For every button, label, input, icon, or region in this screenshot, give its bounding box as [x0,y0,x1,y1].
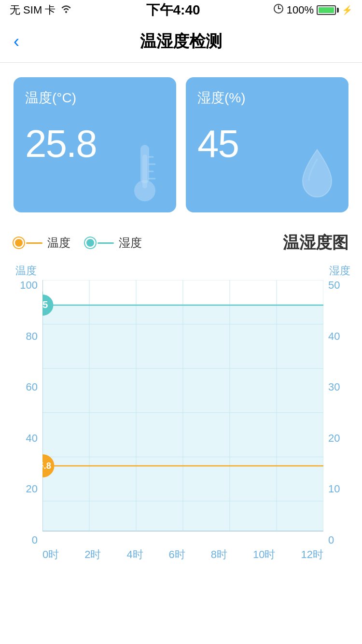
status-right: 100% ⚡ [273,3,352,17]
y-right-header: 湿度 [329,264,352,278]
legend-temp-label: 温度 [47,235,70,251]
nav-bar: ‹ 温湿度检测 [0,20,362,63]
x-label-12: 12时 [301,547,323,562]
x-label-6: 6时 [169,547,185,562]
status-time: 下午4:40 [146,1,200,19]
y-right-50: 50 [328,280,340,291]
legend-humi-label: 湿度 [119,235,142,251]
chart-header: 温度 湿度 温湿度图 [0,222,362,259]
legend-humidity: 湿度 [85,235,142,251]
x-label-10: 10时 [253,547,275,562]
y-right-40: 40 [328,331,340,342]
svg-point-0 [65,11,67,13]
x-label-8: 8时 [211,547,227,562]
page-title: 温湿度检测 [140,30,222,53]
y-right-0: 0 [328,535,334,546]
y-left-20: 20 [26,484,38,494]
humidity-card: 湿度(%) 45 [186,77,348,212]
humi-card-label: 湿度(%) [197,89,337,107]
wifi-icon [59,4,73,16]
status-bar: 无 SIM 卡 下午4:40 100% ⚡ [0,0,362,20]
battery-percent: 100% [287,4,314,16]
chart-container: 温度 湿度 100 80 60 40 20 0 [0,259,362,572]
svg-text:25.8: 25.8 [42,461,51,471]
svg-marker-23 [42,305,323,531]
y-axis-left: 100 80 60 40 20 0 [14,280,42,560]
y-axis-right: 50 40 30 20 10 0 [323,280,352,560]
cards-section: 温度(°C) 25.8 湿度(%) 45 [0,63,362,222]
y-left-0: 0 [32,535,38,546]
thermometer-icon [123,140,167,203]
chart-title: 温湿度图 [283,232,348,254]
legend-humi-line [97,242,114,244]
x-axis-labels: 0时 2时 4时 6时 8时 10时 12时 [42,546,323,562]
back-button[interactable]: ‹ [14,31,19,52]
y-right-20: 20 [328,433,340,444]
lock-rotation-icon [273,3,284,17]
y-left-100: 100 [20,280,38,291]
y-left-40: 40 [26,433,38,444]
y-left-60: 60 [26,382,38,392]
x-label-4: 4时 [126,547,143,562]
legend-humi-dot [85,238,96,248]
chart-wrap: 100 80 60 40 20 0 [14,280,352,562]
y-left-header: 温度 [14,264,37,278]
sim-status: 无 SIM 卡 [10,3,56,17]
legend-temp-dot [14,238,24,248]
chart-svg: 45 25.8 0时 2时 4时 6时 8时 10时 12时 [42,280,323,562]
y-left-80: 80 [26,331,38,342]
legend-temp-line [26,242,42,244]
chart-legend: 温度 湿度 [14,235,283,251]
legend-temperature: 温度 [14,235,70,251]
temp-card-label: 温度(°C) [25,89,165,107]
temperature-card: 温度(°C) 25.8 [14,77,176,212]
status-left: 无 SIM 卡 [10,3,73,17]
y-right-30: 30 [328,382,340,392]
battery-icon [317,5,339,15]
drop-icon [295,145,339,203]
x-label-0: 0时 [42,547,59,562]
x-label-2: 2时 [84,547,101,562]
y-right-10: 10 [328,484,340,494]
charging-icon: ⚡ [342,5,352,15]
svg-text:45: 45 [42,299,48,310]
svg-rect-4 [142,154,147,188]
